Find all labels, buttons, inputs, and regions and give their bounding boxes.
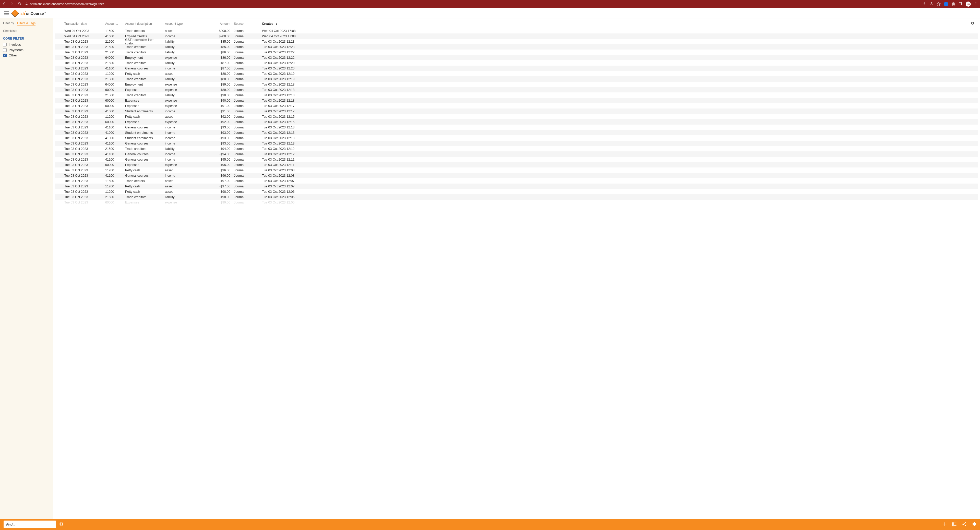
panel-icon[interactable] <box>959 2 963 6</box>
table-row[interactable]: Tue 03 Oct 202341100General coursesincom… <box>55 151 978 157</box>
settings-icon[interactable] <box>971 522 977 527</box>
cell-created: Tue 03 Oct 2023 12:12 <box>250 153 301 156</box>
table-row[interactable]: Tue 03 Oct 202360000Expensesexpense$95.0… <box>55 162 978 167</box>
share-icon[interactable] <box>929 2 934 6</box>
table-row[interactable]: Tue 03 Oct 202321500Trade creditorsliabi… <box>55 92 978 98</box>
table-row[interactable]: Tue 03 Oct 202321500Trade creditorsliabi… <box>55 194 978 200</box>
table-row[interactable]: Tue 03 Oct 202341100General coursesincom… <box>55 141 978 146</box>
table-row[interactable]: Wed 04 Oct 202311500Trade debtorsasset$2… <box>55 28 978 33</box>
tab-filter-by[interactable]: Filter by <box>3 21 14 26</box>
reload-icon[interactable] <box>18 2 21 6</box>
table-row[interactable]: Tue 03 Oct 202311200Petty cashasset-$97.… <box>55 183 978 189</box>
table-row[interactable]: Tue 03 Oct 202321500Trade creditorsliabi… <box>55 146 978 151</box>
table-rows[interactable]: Wed 04 Oct 202311500Trade debtorsasset$2… <box>55 28 978 519</box>
cell-amount: $92.00 <box>211 115 230 118</box>
table-row[interactable]: Tue 03 Oct 202321500Trade creditorsliabi… <box>55 76 978 82</box>
table-row[interactable]: Tue 03 Oct 202311200Petty cashasset$98.0… <box>55 189 978 194</box>
cell-source: Journal <box>230 83 250 86</box>
app-logo[interactable]: i ish*onCourse™ <box>12 11 46 16</box>
table-row[interactable]: Wed 04 Oct 202341600Expired Creditsincom… <box>55 33 978 39</box>
cell-account-type: income <box>165 153 211 156</box>
extensions-icon[interactable] <box>951 2 956 6</box>
cell-created: Tue 03 Oct 2023 12:07 <box>250 179 301 183</box>
cell-amount: $91.00 <box>211 104 230 108</box>
cell-date: Tue 03 Oct 2023 <box>64 115 105 118</box>
extension-icon[interactable] <box>944 2 948 6</box>
filter-payments[interactable]: Payments <box>3 47 50 53</box>
cell-account-description: Employment <box>125 56 165 59</box>
cell-account-description: General courses <box>125 126 165 129</box>
table-row[interactable]: Tue 03 Oct 202311200Petty cashasset$88.0… <box>55 71 978 76</box>
table-row[interactable]: Tue 03 Oct 202341100General coursesincom… <box>55 157 978 162</box>
table-row[interactable]: Tue 03 Oct 202341100General coursesincom… <box>55 173 978 178</box>
search-box[interactable] <box>3 520 56 528</box>
cell-account-type: expense <box>165 201 211 204</box>
table-row[interactable]: Tue 03 Oct 202321500Trade creditorsliabi… <box>55 60 978 65</box>
cell-account-type: expense <box>165 163 211 167</box>
star-icon[interactable] <box>937 2 941 6</box>
table-row[interactable]: Tue 03 Oct 202364000Employmentexpense$89… <box>55 82 978 87</box>
table-row[interactable]: Tue 03 Oct 202321500Trade creditorsliabi… <box>55 44 978 49</box>
table-row[interactable]: Tue 03 Oct 202341100General coursesincom… <box>55 65 978 71</box>
cell-account-number: 60000 <box>105 88 125 92</box>
forward-icon[interactable] <box>10 2 14 6</box>
view-toggle-icon[interactable] <box>952 522 957 527</box>
filter-invoices[interactable]: Invoices <box>3 42 50 47</box>
search-input[interactable] <box>6 523 54 527</box>
col-header-amount[interactable]: Amount <box>211 22 230 25</box>
table-row[interactable]: Tue 03 Oct 202360000Expensesexpense-$92.… <box>55 119 978 124</box>
filter-label: Payments <box>9 48 24 52</box>
cell-source: Journal <box>230 88 250 92</box>
col-header-account-type[interactable]: Account type <box>165 22 211 25</box>
tab-filters-tags[interactable]: Filters & Tags <box>17 21 35 26</box>
cell-created: Tue 03 Oct 2023 12:20 <box>250 61 301 65</box>
download-icon[interactable] <box>922 2 926 6</box>
tab-checklists[interactable]: Checklists <box>3 29 17 33</box>
table-row[interactable]: Tue 03 Oct 202311200Petty cashasset$96.0… <box>55 167 978 173</box>
cell-account-description: General courses <box>125 142 165 145</box>
table-row[interactable]: Tue 03 Oct 202321600GST receivable from … <box>55 39 978 44</box>
cell-account-type: expense <box>165 104 211 108</box>
cell-created: Tue 03 Oct 2023 12:12 <box>250 147 301 151</box>
cell-amount: $90.00 <box>211 94 230 97</box>
filter-label: Other <box>9 53 17 57</box>
col-header-account-description[interactable]: Account description <box>125 22 165 25</box>
checkbox-icon[interactable] <box>3 48 6 52</box>
profile-avatar[interactable]: ish <box>966 2 971 6</box>
url-text[interactable]: sttrinians.cloud.oncourse.cc/transaction… <box>30 2 104 6</box>
col-header-date[interactable]: Transaction date <box>64 22 105 25</box>
table-row[interactable]: Tue 03 Oct 202341000Student enrolmentsin… <box>55 135 978 141</box>
filter-other[interactable]: Other <box>3 53 50 58</box>
cell-source: Journal <box>230 61 250 65</box>
table-row[interactable]: Tue 03 Oct 202311200Petty cashasset$92.0… <box>55 114 978 119</box>
checkbox-icon[interactable] <box>3 43 6 46</box>
cell-created: Tue 03 Oct 2023 12:18 <box>250 83 301 86</box>
table-row[interactable]: Tue 03 Oct 202360000Expensesexpense$99.0… <box>55 200 978 205</box>
cell-account-number: 60000 <box>105 163 125 167</box>
search-zoom-icon[interactable] <box>59 521 65 527</box>
table-row[interactable]: Tue 03 Oct 202311500Trade debtorsasset$9… <box>55 178 978 183</box>
add-icon[interactable] <box>942 522 947 527</box>
cell-account-description: Expenses <box>125 88 165 92</box>
col-header-source[interactable]: Source <box>230 22 250 25</box>
table-row[interactable]: Tue 03 Oct 202364000Employmentexpense$86… <box>55 55 978 60</box>
back-icon[interactable] <box>2 2 6 6</box>
table-row[interactable]: Tue 03 Oct 202341000Student enrolmentsin… <box>55 130 978 135</box>
table-row[interactable]: Tue 03 Oct 202360000Expensesexpense$90.0… <box>55 98 978 103</box>
share-action-icon[interactable] <box>962 522 967 527</box>
kebab-icon[interactable] <box>974 2 978 6</box>
table-row[interactable]: Tue 03 Oct 202360000Expensesexpense-$89.… <box>55 87 978 92</box>
table-row[interactable]: Tue 03 Oct 202321500Trade creditorsliabi… <box>55 49 978 55</box>
table-row[interactable]: Tue 03 Oct 202341100General coursesincom… <box>55 124 978 130</box>
table-row[interactable]: Tue 03 Oct 202360000Expensesexpense$91.0… <box>55 103 978 108</box>
checkbox-icon[interactable] <box>3 54 6 57</box>
col-header-account-number[interactable]: Accoun... <box>105 22 125 25</box>
cell-account-number: 64000 <box>105 56 125 59</box>
cell-created: Tue 03 Oct 2023 12:13 <box>250 136 301 140</box>
menu-icon[interactable] <box>4 11 9 16</box>
col-header-created[interactable]: Created <box>250 22 301 25</box>
cell-amount: $89.00 <box>211 83 230 86</box>
table-row[interactable]: Tue 03 Oct 202341000Student enrolmentsin… <box>55 108 978 114</box>
column-visibility-icon[interactable] <box>970 21 975 26</box>
cell-created: Wed 04 Oct 2023 17:08 <box>250 29 301 33</box>
